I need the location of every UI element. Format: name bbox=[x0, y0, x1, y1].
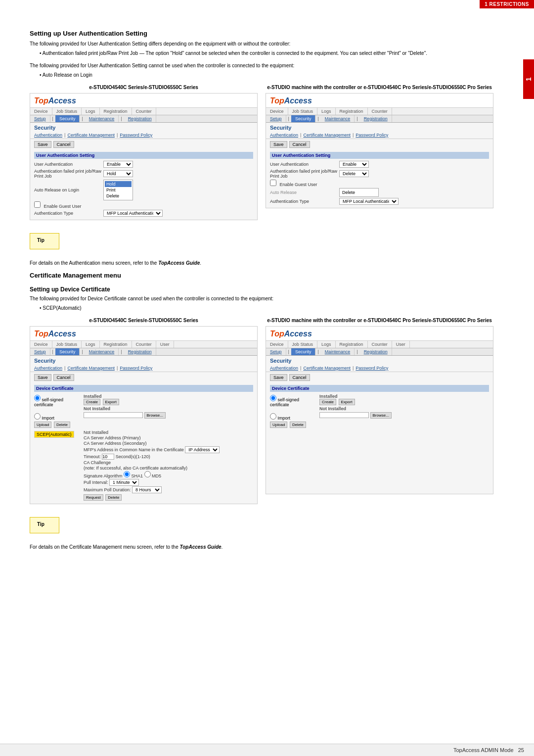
security-title-cert-left: Security bbox=[30, 356, 257, 365]
tab-security-right[interactable]: Security bbox=[291, 115, 316, 122]
tab-registration-cert-left[interactable]: Registration bbox=[124, 348, 156, 355]
md5-radio-left[interactable] bbox=[144, 471, 151, 477]
cancel-btn-right[interactable]: Cancel bbox=[289, 141, 310, 148]
tab-maintenance-right[interactable]: Maintenance bbox=[321, 115, 355, 122]
mfp-address-left: MFP's Address in Common Name in the Cert… bbox=[84, 446, 253, 453]
subtab-cert-left[interactable]: Certificate Management bbox=[67, 133, 115, 138]
subtab-policy-right[interactable]: Password Policy bbox=[356, 133, 388, 138]
device-cert-title-right: Device Certificate bbox=[270, 385, 489, 392]
cancel-cert-left[interactable]: Cancel bbox=[53, 374, 74, 381]
tab-registration-cert-right[interactable]: Registration bbox=[360, 348, 392, 355]
self-signed-radio-right[interactable] bbox=[270, 395, 276, 401]
tab-security-cert-left[interactable]: Security bbox=[55, 348, 80, 355]
body-right: User Authentication Setting User Authent… bbox=[266, 150, 493, 208]
subtab-certmgmt-right[interactable]: Certificate Management bbox=[303, 366, 351, 371]
ua-row-guest-left: Enable Guest User bbox=[34, 201, 253, 209]
nav-jobstatus-cert-right: Job Status bbox=[288, 341, 318, 348]
subtab-certmgmt-left[interactable]: Certificate Management bbox=[67, 366, 115, 371]
nav-device-cert-left: Device bbox=[30, 341, 52, 348]
topaccess-logo-cert-left: TopAccess bbox=[30, 327, 257, 341]
browse-input-right[interactable] bbox=[319, 412, 369, 418]
cancel-btn-left[interactable]: Cancel bbox=[53, 141, 74, 148]
subtab-policy-left[interactable]: Password Policy bbox=[120, 133, 152, 138]
tab-registration-left[interactable]: Registration bbox=[124, 115, 156, 122]
upload-btn-left[interactable]: Upload bbox=[34, 422, 51, 428]
ua-failed-select-left[interactable]: Hold bbox=[103, 170, 133, 177]
auth-setting-heading: Setting up User Authentication Setting bbox=[30, 30, 493, 37]
browse-btn-left[interactable]: Browse... bbox=[144, 412, 166, 419]
nav-reg-cert-right: Registration bbox=[336, 341, 368, 348]
ua-row-authtype2-right: Authentication Type MFP Local Authentica… bbox=[270, 198, 489, 205]
upload-btn-right[interactable]: Upload bbox=[270, 422, 287, 428]
delete-btn-right[interactable]: Delete bbox=[290, 422, 306, 428]
ua-row-2-left: Authentication failed print job/Raw Prin… bbox=[34, 169, 253, 179]
guest-checkbox-right[interactable] bbox=[270, 180, 276, 186]
create-btn-right[interactable]: Create bbox=[319, 399, 336, 405]
topaccess-logo-right: TopAccess bbox=[266, 94, 493, 108]
subtab-policy-cert-left[interactable]: Password Policy bbox=[120, 366, 152, 371]
subtab-auth-cert-left[interactable]: Authentication bbox=[34, 366, 62, 371]
browse-input-left[interactable] bbox=[84, 412, 143, 418]
subtab-auth-right[interactable]: Authentication bbox=[270, 133, 298, 138]
security-title-right: Security bbox=[266, 123, 493, 132]
nav-row-cert-left: Device Job Status Logs Registration Coun… bbox=[30, 341, 257, 348]
ua-auth-select-right[interactable]: Enable bbox=[339, 161, 369, 168]
tab-setup-right[interactable]: Setup bbox=[266, 115, 286, 122]
tab-security-left[interactable]: Security bbox=[55, 115, 80, 122]
ua-authtype2-select-right[interactable]: MFP Local Authentication bbox=[339, 198, 399, 205]
subtab-cert-right[interactable]: Certificate Management bbox=[303, 133, 351, 138]
tip-label-2: Tip bbox=[37, 521, 52, 527]
nav-logs-left: Logs bbox=[82, 108, 100, 115]
export-btn-right[interactable]: Export bbox=[339, 399, 355, 405]
guest-checkbox-left[interactable] bbox=[34, 201, 41, 208]
tab-setup-left[interactable]: Setup bbox=[30, 115, 50, 122]
cancel-cert-right[interactable]: Cancel bbox=[289, 374, 310, 381]
ua-auth-select-left[interactable]: Enable bbox=[103, 161, 133, 168]
tab-maintenance-cert-right[interactable]: Maintenance bbox=[321, 348, 355, 355]
sha1-radio-left[interactable] bbox=[124, 471, 130, 477]
self-signed-radio-left[interactable] bbox=[34, 395, 41, 401]
create-btn-left[interactable]: Create bbox=[84, 399, 100, 405]
ua-row-1-right: User Authentication Enable bbox=[270, 161, 489, 168]
tab-setup-cert-left[interactable]: Setup bbox=[30, 348, 50, 355]
maxpoll-select-left[interactable]: 8 Hours bbox=[132, 486, 162, 493]
ua-failed-select-right[interactable]: Delete bbox=[339, 170, 369, 177]
device-cert-title-left: Device Certificate bbox=[34, 385, 253, 392]
nav-device-cert-right: Device bbox=[266, 341, 288, 348]
delete-btn-left[interactable]: Delete bbox=[54, 422, 70, 428]
tab-maintenance-left[interactable]: Maintenance bbox=[85, 115, 119, 122]
browse-btn-right[interactable]: Browse... bbox=[370, 412, 392, 419]
import-radio-right[interactable] bbox=[270, 413, 276, 420]
sub-tabs-right: Authentication | Certificate Management … bbox=[266, 132, 493, 139]
tip-box-1: Tip bbox=[30, 233, 59, 249]
tab-setup-cert-right[interactable]: Setup bbox=[266, 348, 286, 355]
scep-label-left: SCEP(Automatic) bbox=[34, 431, 74, 438]
subtab-auth-cert-right[interactable]: Authentication bbox=[270, 366, 298, 371]
max-poll-left: Maximum Poll Duration: 8 Hours bbox=[84, 486, 253, 493]
buttons-right: Save Cancel bbox=[266, 139, 493, 150]
buttons-left: Save Cancel bbox=[30, 139, 257, 150]
sub-tabs-left: Authentication | Certificate Management … bbox=[30, 132, 257, 139]
nav-registration-right: Registration bbox=[336, 108, 368, 115]
save-btn-right[interactable]: Save bbox=[270, 141, 287, 148]
subtab-policy-cert-right[interactable]: Password Policy bbox=[356, 366, 388, 371]
auth-bullet1: Authentication failed print job/Raw Prin… bbox=[40, 49, 493, 57]
tab-maintenance-cert-left[interactable]: Maintenance bbox=[85, 348, 119, 355]
save-cert-left[interactable]: Save bbox=[34, 374, 51, 381]
ua-authtype-select-left[interactable]: MFP Local Authentication bbox=[103, 210, 163, 217]
delete2-btn-left[interactable]: Delete bbox=[105, 494, 122, 501]
tab-security-cert-right[interactable]: Security bbox=[291, 348, 316, 355]
export-btn-left[interactable]: Export bbox=[103, 399, 119, 405]
timeout-input-left[interactable] bbox=[102, 454, 114, 460]
topaccess-guide-link-2[interactable]: TopAccess Guide bbox=[180, 544, 222, 550]
request-btn-left[interactable]: Request bbox=[84, 494, 103, 501]
save-btn-left[interactable]: Save bbox=[34, 141, 51, 148]
subtab-auth-left[interactable]: Authentication bbox=[34, 133, 62, 138]
pull-select-left[interactable]: 1 Minute bbox=[109, 479, 139, 486]
import-radio-left[interactable] bbox=[34, 413, 41, 420]
save-cert-right[interactable]: Save bbox=[270, 374, 287, 381]
tab-registration-right[interactable]: Registration bbox=[360, 115, 392, 122]
topaccess-guide-link-1[interactable]: TopAccess Guide bbox=[158, 260, 200, 266]
nav-logs-cert-left: Logs bbox=[82, 341, 100, 348]
mfp-addr-select-left[interactable]: IP Address bbox=[185, 446, 220, 453]
